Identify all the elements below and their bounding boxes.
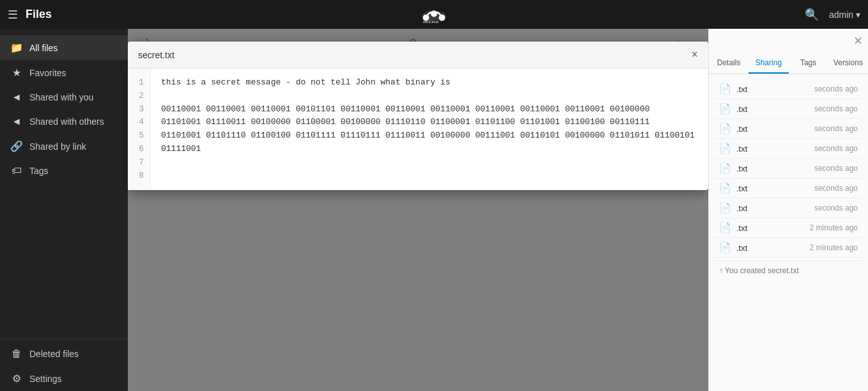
file-icon: 📄 [719,103,731,115]
right-panel: ✕ Details Sharing Tags Versions 📄.txt se… [708,29,868,391]
line-number: 1 [134,76,144,90]
line-number: 5 [134,129,144,143]
topnav-right: 🔍 admin ▾ [805,8,860,22]
file-name: .txt [736,203,747,213]
list-item[interactable]: 📄.txt seconds ago [714,119,863,139]
line-number: 6 [134,143,144,156]
file-time: seconds ago [814,124,858,133]
list-item[interactable]: 📄.txt 2 minutes ago [714,238,863,258]
list-item[interactable]: 📄.txt seconds ago [714,159,863,179]
sidebar-item-all-files[interactable]: 📁 All files [0,35,128,60]
list-item[interactable]: 📄.txt seconds ago [714,99,863,119]
link-icon: 🔗 [10,140,23,152]
sidebar-label-settings: Settings [29,374,62,384]
line-number: 8 [134,170,144,183]
file-icon: 📄 [719,163,731,174]
main-layout: 📁 All files ★ Favorites ◄ Shared with yo… [0,29,868,391]
svg-text:ownCloud: ownCloud [423,20,439,24]
list-item[interactable]: 📄.txt seconds ago [714,198,863,218]
file-time: seconds ago [814,184,858,193]
star-icon: ★ [10,67,23,79]
file-name: .txt [736,84,747,94]
sidebar-label-all-files: All files [29,43,58,53]
sidebar-bottom: 🗑 Deleted files ⚙ Settings [0,339,128,391]
sidebar-label-deleted-files: Deleted files [29,349,79,359]
file-time: seconds ago [814,203,858,212]
file-icon: 📄 [719,242,731,253]
sidebar-item-deleted-files[interactable]: 🗑 Deleted files [0,342,128,366]
sidebar: 📁 All files ★ Favorites ◄ Shared with yo… [0,29,128,391]
right-panel-tabs: Details Sharing Tags Versions [709,53,868,74]
line-number: 4 [134,116,144,129]
list-item[interactable]: 📄.txt seconds ago [714,79,863,99]
share-others-icon: ◄ [10,116,23,127]
right-panel-close-button[interactable]: ✕ [709,29,868,53]
svg-point-2 [439,14,446,20]
line-numbers: 1 2 3 4 5 6 7 8 [128,68,151,190]
sidebar-item-shared-by-link[interactable]: 🔗 Shared by link [0,134,128,159]
list-item[interactable]: 📄.txt seconds ago [714,139,863,159]
file-content-area: 📄.txt 🔗 seconds ago secret.txt × 1 2 3 [128,29,708,391]
tag-icon: 🏷 [10,165,23,177]
trash-icon: 🗑 [10,348,23,360]
activity-label: ↑ You created secret.txt [719,266,799,275]
sidebar-item-favorites[interactable]: ★ Favorites [0,60,128,85]
file-time: seconds ago [814,104,858,113]
gear-icon: ⚙ [10,372,23,385]
file-icon: 📄 [719,182,731,194]
file-icon: 📄 [719,83,731,95]
hamburger-icon[interactable]: ☰ [8,8,18,22]
activity-footer: ↑ You created secret.txt [714,260,863,280]
tab-versions[interactable]: Versions [828,53,868,74]
file-name: .txt [736,124,747,134]
sidebar-label-shared-by-link: Shared by link [29,141,86,152]
modal-body: 1 2 3 4 5 6 7 8 this is a secret message… [128,68,708,190]
line-number: 7 [134,156,144,170]
app-logo: ownCloud [418,5,450,24]
file-icon: 📄 [719,123,731,134]
modal-overlay: secret.txt × 1 2 3 4 5 6 7 8 this is a s… [128,29,708,391]
file-name: .txt [736,184,747,193]
file-time: seconds ago [814,164,858,173]
sidebar-label-shared-with-others: Shared with others [29,116,104,127]
svg-point-3 [431,10,437,17]
sidebar-item-settings[interactable]: ⚙ Settings [0,366,128,391]
top-navigation: ☰ Files ownCloud 🔍 admin ▾ [0,0,868,29]
sidebar-item-shared-with-others[interactable]: ◄ Shared with others [0,109,128,134]
file-name: .txt [736,164,747,173]
file-time: seconds ago [814,84,858,93]
tab-sharing[interactable]: Sharing [748,53,788,74]
modal-header: secret.txt × [128,42,708,68]
sidebar-item-shared-with-you[interactable]: ◄ Shared with you [0,85,128,109]
file-name: .txt [736,104,747,114]
file-icon: 📄 [719,222,731,234]
folder-icon: 📁 [10,42,23,54]
file-time: seconds ago [814,144,858,153]
file-time: 2 minutes ago [810,223,858,232]
tab-details[interactable]: Details [709,53,748,74]
tab-tags[interactable]: Tags [789,53,828,74]
file-content[interactable]: this is a secret message - do not tell J… [151,68,708,190]
line-number: 3 [134,103,144,116]
file-time: 2 minutes ago [810,243,858,252]
line-number: 2 [134,90,144,103]
file-name: .txt [736,144,747,154]
file-icon: 📄 [719,143,731,154]
sidebar-label-shared-with-you: Shared with you [29,92,93,102]
file-name: .txt [736,223,747,233]
modal-close-button[interactable]: × [691,48,698,61]
search-icon[interactable]: 🔍 [805,8,819,22]
file-viewer-modal: secret.txt × 1 2 3 4 5 6 7 8 this is a s… [128,42,708,190]
modal-title: secret.txt [138,50,174,60]
sidebar-label-favorites: Favorites [29,68,66,78]
share-you-icon: ◄ [10,92,23,103]
list-item[interactable]: 📄.txt seconds ago [714,179,863,198]
user-menu[interactable]: admin ▾ [829,10,860,20]
list-item[interactable]: 📄.txt 2 minutes ago [714,218,863,238]
file-name: .txt [736,243,747,253]
file-icon: 📄 [719,202,731,214]
app-title: Files [26,8,52,21]
sidebar-item-tags[interactable]: 🏷 Tags [0,159,128,183]
right-panel-content: 📄.txt seconds ago 📄.txt seconds ago 📄.tx… [709,74,868,391]
sidebar-label-tags: Tags [29,166,49,176]
